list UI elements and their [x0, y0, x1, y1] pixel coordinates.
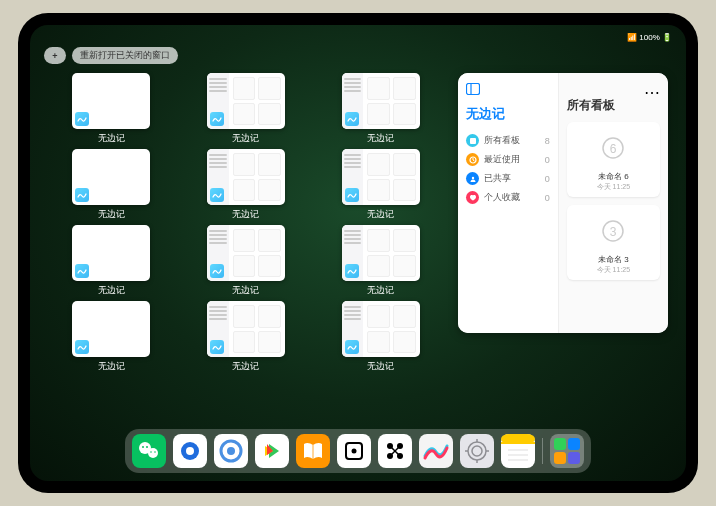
svg-point-12	[142, 446, 144, 448]
window-thumbnail[interactable]: 无边记	[183, 149, 310, 221]
svg-rect-45	[501, 442, 535, 444]
dock-notes-icon[interactable]	[501, 434, 535, 468]
window-label: 无边记	[367, 284, 394, 297]
window-grid-area: 无边记无边记无边记无边记无边记无边记无边记无边记无边记无边记无边记无边记	[48, 73, 444, 425]
dock-settings-icon[interactable]	[460, 434, 494, 468]
sidebar-item-label: 最近使用	[484, 153, 520, 166]
svg-point-13	[146, 446, 148, 448]
freeform-app-icon	[75, 188, 89, 202]
board-card[interactable]: 3未命名 3今天 11:25	[567, 205, 660, 280]
window-preview	[207, 73, 285, 129]
dock-video-app-icon[interactable]	[255, 434, 289, 468]
sidebar-item-label: 已共享	[484, 172, 511, 185]
board-name: 未命名 6	[572, 171, 655, 182]
svg-text:3: 3	[610, 225, 617, 239]
window-preview	[72, 149, 150, 205]
sidebar-item-count: 0	[545, 174, 550, 184]
svg-point-4	[471, 176, 473, 178]
panel-main-topbar: ⋯	[567, 83, 660, 95]
freeform-app-icon	[345, 112, 359, 126]
svg-rect-53	[568, 452, 580, 464]
window-label: 无边记	[98, 360, 125, 373]
window-preview	[207, 225, 285, 281]
svg-rect-51	[568, 438, 580, 450]
sidebar-item[interactable]: 已共享0	[466, 169, 550, 188]
window-thumbnail[interactable]: 无边记	[48, 149, 175, 221]
dock-separator	[542, 438, 543, 464]
status-bar: 📶 100% 🔋	[30, 29, 686, 45]
dock-books-icon[interactable]	[296, 434, 330, 468]
window-thumbnail[interactable]: 无边记	[183, 225, 310, 297]
window-preview	[72, 73, 150, 129]
freeform-app-icon	[345, 340, 359, 354]
freeform-app-icon	[210, 188, 224, 202]
panel-main: ⋯ 所有看板 6未命名 6今天 11:253未命名 3今天 11:25	[559, 73, 668, 333]
dock-wechat-icon[interactable]	[132, 434, 166, 468]
dock-app-library-icon[interactable]	[550, 434, 584, 468]
dock-connect-app-icon[interactable]	[378, 434, 412, 468]
window-preview	[72, 225, 150, 281]
window-preview	[207, 301, 285, 357]
window-label: 无边记	[367, 132, 394, 145]
dock-quark-icon[interactable]	[214, 434, 248, 468]
window-label: 无边记	[367, 208, 394, 221]
freeform-app-icon	[210, 264, 224, 278]
window-label: 无边记	[98, 208, 125, 221]
window-thumbnail[interactable]: 无边记	[183, 73, 310, 145]
svg-rect-52	[554, 452, 566, 464]
freeform-app-icon	[210, 340, 224, 354]
freeform-app-icon	[75, 340, 89, 354]
svg-point-15	[154, 451, 156, 453]
board-preview: 3	[572, 210, 655, 252]
freeform-app-window[interactable]: 无边记 所有看板8最近使用0已共享0个人收藏0 ⋯ 所有看板 6未命名 6今天 …	[458, 73, 668, 333]
board-preview: 6	[572, 127, 655, 169]
sidebar-item-icon	[466, 172, 479, 185]
sidebar-item[interactable]: 所有看板8	[466, 131, 550, 150]
window-thumbnail[interactable]: 无边记	[317, 225, 444, 297]
freeform-app-icon	[210, 112, 224, 126]
window-thumbnail[interactable]: 无边记	[317, 301, 444, 373]
board-card[interactable]: 6未命名 6今天 11:25	[567, 122, 660, 197]
sidebar-item-count: 0	[545, 193, 550, 203]
window-preview	[342, 149, 420, 205]
sidebar-item-icon	[466, 191, 479, 204]
plus-icon: +	[52, 51, 57, 61]
dock-dice-app-icon[interactable]	[337, 434, 371, 468]
window-thumbnail[interactable]: 无边记	[317, 73, 444, 145]
reopen-closed-window-button[interactable]: 重新打开已关闭的窗口	[72, 47, 178, 64]
status-indicators: 📶 100% 🔋	[627, 33, 672, 42]
more-icon[interactable]: ⋯	[644, 83, 660, 95]
svg-point-14	[150, 451, 152, 453]
window-preview	[207, 149, 285, 205]
freeform-app-icon	[75, 112, 89, 126]
sidebar-item-count: 8	[545, 136, 550, 146]
window-label: 无边记	[98, 284, 125, 297]
dock-freeform-icon[interactable]	[419, 434, 453, 468]
sidebar-item-label: 所有看板	[484, 134, 520, 147]
panel-sidebar: 无边记 所有看板8最近使用0已共享0个人收藏0	[458, 73, 559, 333]
freeform-app-icon	[75, 264, 89, 278]
board-date: 今天 11:25	[572, 265, 655, 275]
board-name: 未命名 3	[572, 254, 655, 265]
svg-text:6: 6	[610, 142, 617, 156]
screen: 📶 100% 🔋 + 重新打开已关闭的窗口 无边记无边记无边记无边记无边记无边记…	[30, 25, 686, 481]
dock-qqbrowser-icon[interactable]	[173, 434, 207, 468]
window-label: 无边记	[232, 208, 259, 221]
top-controls: + 重新打开已关闭的窗口	[44, 47, 178, 64]
sidebar-item[interactable]: 最近使用0	[466, 150, 550, 169]
window-thumbnail[interactable]: 无边记	[48, 225, 175, 297]
window-thumbnail[interactable]: 无边记	[48, 73, 175, 145]
sidebar-toggle-icon[interactable]	[466, 83, 480, 95]
svg-point-21	[227, 447, 235, 455]
reopen-label: 重新打开已关闭的窗口	[80, 49, 170, 62]
sidebar-item-count: 0	[545, 155, 550, 165]
window-preview	[72, 301, 150, 357]
dock	[125, 429, 591, 473]
add-window-button[interactable]: +	[44, 47, 66, 64]
window-thumbnail[interactable]: 无边记	[48, 301, 175, 373]
window-preview	[342, 301, 420, 357]
window-thumbnail[interactable]: 无边记	[317, 149, 444, 221]
sidebar-item[interactable]: 个人收藏0	[466, 188, 550, 207]
window-thumbnail[interactable]: 无边记	[183, 301, 310, 373]
sidebar-item-icon	[466, 153, 479, 166]
